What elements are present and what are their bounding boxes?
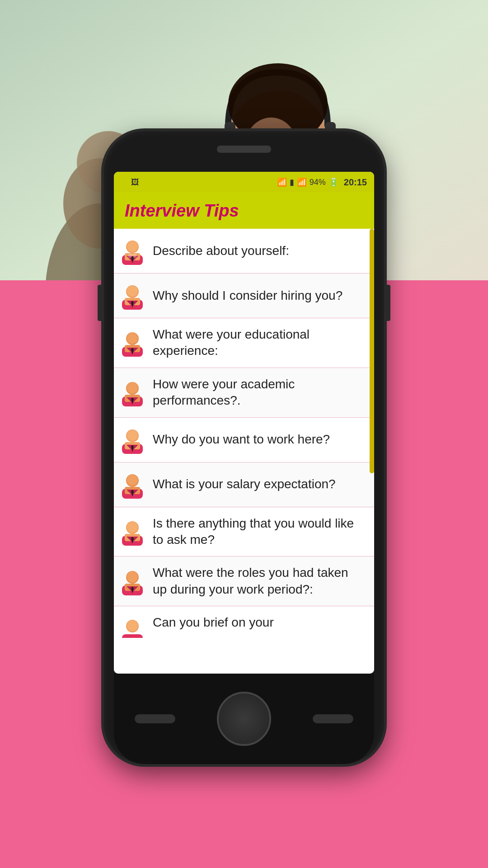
avatar-icon: [118, 329, 146, 357]
avatar-icon: [118, 237, 146, 265]
list-item-text: Can you brief on your: [153, 614, 367, 631]
list-item[interactable]: Why should I consider hiring you?: [114, 274, 374, 318]
data-icon: ▮: [290, 177, 294, 187]
battery-icon: 🔋: [328, 177, 338, 187]
status-bar: 🖼 📶 ▮ 📶 94% 🔋 20:15: [114, 172, 374, 193]
phone-volume-button: [98, 285, 103, 321]
app-toolbar: Interview Tips: [114, 193, 374, 229]
phone-screen: 🖼 📶 ▮ 📶 94% 🔋 20:15 Interview Tips: [114, 172, 374, 674]
app-title: Interview Tips: [125, 201, 239, 221]
list-item[interactable]: Describe about yourself:: [114, 229, 374, 274]
list-item-text: Why do you want to work here?: [153, 431, 367, 448]
signal-icon: 📶: [297, 177, 307, 187]
svg-point-19: [127, 241, 138, 252]
phone-power-button: [385, 285, 390, 321]
avatar-icon: [118, 518, 146, 546]
list-item-partial[interactable]: Can you brief on your: [114, 606, 374, 638]
wifi-icon: 📶: [277, 177, 287, 187]
avatar-icon: [118, 567, 146, 595]
svg-point-32: [127, 382, 138, 393]
phone-home-button[interactable]: [217, 692, 271, 746]
list-item[interactable]: Why do you want to work here?: [114, 418, 374, 462]
phone-bottom-nav: [114, 674, 374, 764]
svg-point-40: [127, 475, 138, 486]
svg-point-28: [127, 333, 138, 344]
list-item[interactable]: Is there anything that you would like to…: [114, 507, 374, 557]
list-item-text: What were the roles you had taken up dur…: [153, 565, 367, 598]
phone-menu-button[interactable]: [313, 714, 353, 723]
phone-back-button[interactable]: [135, 714, 175, 723]
scrollbar-thumb[interactable]: [370, 229, 374, 473]
avatar-icon: [118, 282, 146, 310]
list-item-text: What were your educational experience:: [153, 326, 367, 359]
avatar-icon: [118, 378, 146, 406]
status-icons: 📶 ▮ 📶 94% 🔋: [277, 177, 338, 187]
list-item-text: What is your salary expectation?: [153, 476, 367, 492]
avatar-icon: [118, 616, 146, 638]
avatar-icon: [118, 471, 146, 499]
list-item[interactable]: What were your educational experience:: [114, 318, 374, 368]
scrollbar[interactable]: [370, 229, 374, 674]
battery-level: 94%: [310, 178, 326, 187]
list-item-text: Is there anything that you would like to…: [153, 515, 367, 548]
svg-point-44: [127, 522, 138, 533]
list-item[interactable]: How were your academic performances?.: [114, 368, 374, 418]
svg-rect-50: [122, 634, 143, 638]
svg-point-36: [127, 430, 138, 441]
list-item-text: Why should I consider hiring you?: [153, 288, 367, 304]
svg-point-51: [127, 620, 138, 631]
avatar-icon: [118, 426, 146, 454]
list-item[interactable]: What were the roles you had taken up dur…: [114, 557, 374, 606]
status-time: 20:15: [344, 177, 367, 188]
phone-frame: 🖼 📶 ▮ 📶 94% 🔋 20:15 Interview Tips: [104, 131, 384, 764]
phone-speaker: [217, 146, 271, 153]
list-item[interactable]: What is your salary expectation?: [114, 462, 374, 507]
list-item-text: How were your academic performances?.: [153, 376, 367, 409]
svg-point-48: [127, 571, 138, 582]
list-item-text: Describe about yourself:: [153, 243, 367, 259]
svg-point-24: [127, 286, 138, 297]
notification-icon: 🖼: [131, 178, 139, 187]
interview-list[interactable]: Describe about yourself: Why should I co…: [114, 229, 374, 674]
